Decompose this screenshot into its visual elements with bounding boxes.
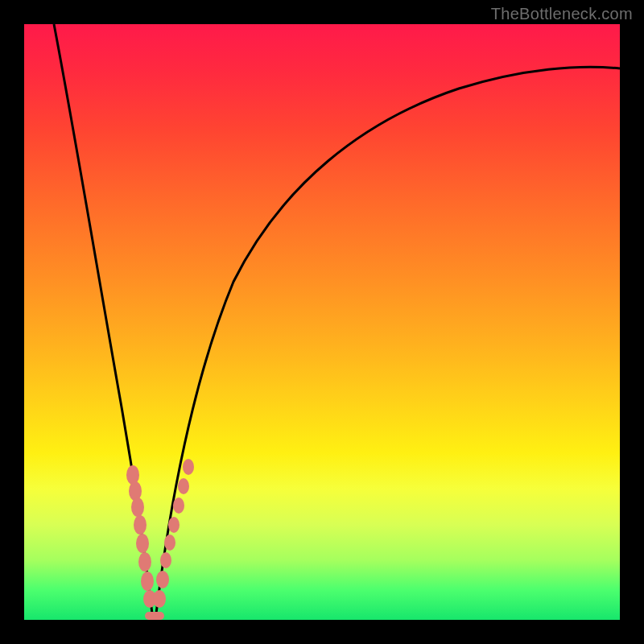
svg-point-12: [168, 517, 180, 533]
svg-point-4: [136, 534, 149, 553]
svg-point-2: [131, 497, 144, 517]
plot-area: [24, 24, 620, 620]
right-branch-curve: [155, 67, 620, 620]
svg-point-10: [160, 552, 171, 568]
svg-point-14: [178, 478, 189, 494]
left-branch-points: [126, 465, 156, 608]
svg-point-11: [164, 535, 175, 551]
watermark-text: TheBottleneck.com: [491, 5, 633, 23]
svg-point-3: [134, 515, 147, 535]
curve-layer: [24, 24, 620, 620]
svg-point-1: [129, 481, 142, 501]
right-branch-points: [153, 459, 194, 608]
svg-point-6: [141, 572, 154, 591]
chart-frame: TheBottleneck.com: [0, 0, 644, 644]
svg-point-13: [173, 497, 184, 514]
svg-point-5: [138, 552, 151, 572]
svg-point-9: [156, 571, 169, 588]
svg-point-15: [183, 459, 194, 475]
bottom-cluster: [145, 612, 164, 620]
svg-point-0: [126, 465, 139, 485]
svg-point-8: [153, 590, 166, 608]
